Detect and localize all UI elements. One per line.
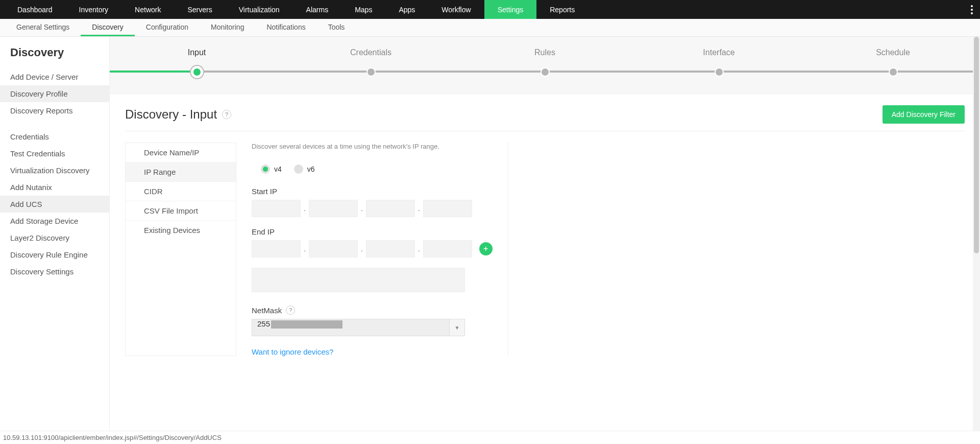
method-device-name-ip[interactable]: Device Name/IP: [126, 143, 236, 162]
main-area: InputCredentialsRulesInterfaceSchedule D…: [110, 37, 980, 431]
method-cidr[interactable]: CIDR: [126, 182, 236, 201]
stepper: InputCredentialsRulesInterfaceSchedule: [110, 37, 980, 94]
subnav-item-tools[interactable]: Tools: [317, 19, 356, 36]
step-interface[interactable]: Interface: [632, 48, 806, 78]
subnav-item-discovery[interactable]: Discovery: [81, 19, 134, 36]
sidebar-item-virtualization-discovery[interactable]: Virtualization Discovery: [0, 162, 109, 179]
form-hint: Discover several devices at a time using…: [252, 143, 493, 150]
end-ip-octet-1[interactable]: [252, 240, 301, 258]
sidebar-item-add-device-server[interactable]: Add Device / Server: [0, 68, 109, 85]
topnav-item-settings[interactable]: Settings: [484, 0, 537, 19]
sidebar-item-discovery-profile[interactable]: Discovery Profile: [0, 85, 109, 102]
end-ip-label: End IP: [252, 227, 493, 236]
method-csv-file-import[interactable]: CSV File Import: [126, 201, 236, 221]
topnav-item-network[interactable]: Network: [121, 0, 174, 19]
subnav-item-general-settings[interactable]: General Settings: [5, 19, 81, 36]
help-icon[interactable]: ?: [286, 306, 295, 315]
topnav-item-apps[interactable]: Apps: [385, 0, 428, 19]
sidebar-title: Discovery: [0, 46, 109, 68]
method-ip-range[interactable]: IP Range: [126, 162, 236, 182]
sidebar: Discovery Add Device / ServerDiscovery P…: [0, 37, 110, 431]
end-ip-octet-3[interactable]: [366, 240, 415, 258]
sidebar-item-discovery-rule-engine[interactable]: Discovery Rule Engine: [0, 246, 109, 263]
add-ip-range-button[interactable]: +: [479, 242, 493, 255]
start-ip-octet-2[interactable]: [309, 200, 358, 217]
step-credentials[interactable]: Credentials: [284, 48, 458, 78]
topnav-item-dashboard[interactable]: Dashboard: [4, 0, 66, 19]
sidebar-item-add-storage-device[interactable]: Add Storage Device: [0, 213, 109, 229]
ipv4-radio[interactable]: v4: [261, 165, 282, 174]
sidebar-item-discovery-reports[interactable]: Discovery Reports: [0, 102, 109, 119]
topnav-item-servers[interactable]: Servers: [174, 0, 225, 19]
ip-range-form: Discover several devices at a time using…: [252, 143, 508, 356]
ignore-devices-link[interactable]: Want to ignore devices?: [252, 347, 333, 356]
netmask-label: NetMask ?: [252, 306, 493, 315]
sidebar-item-layer2-discovery[interactable]: Layer2 Discovery: [0, 229, 109, 246]
topnav-item-reports[interactable]: Reports: [536, 0, 588, 19]
page-title: Discovery - Input ?: [125, 107, 231, 122]
kebab-menu-icon[interactable]: [971, 0, 973, 19]
help-icon[interactable]: ?: [222, 110, 231, 119]
topnav-item-workflow[interactable]: Workflow: [428, 0, 484, 19]
start-ip-octet-1[interactable]: [252, 200, 301, 217]
step-input[interactable]: Input: [110, 48, 284, 78]
subnav-item-configuration[interactable]: Configuration: [135, 19, 200, 36]
start-ip-label: Start IP: [252, 187, 493, 196]
subnav-item-monitoring[interactable]: Monitoring: [200, 19, 255, 36]
method-existing-devices[interactable]: Existing Devices: [126, 221, 236, 240]
topnav-item-maps[interactable]: Maps: [341, 0, 385, 19]
sidebar-item-add-nutanix[interactable]: Add Nutanix: [0, 179, 109, 196]
ipv6-radio[interactable]: v6: [294, 165, 315, 174]
start-ip-row: . . .: [252, 200, 493, 217]
start-ip-octet-3[interactable]: [366, 200, 415, 217]
input-method-list: Device Name/IPIP RangeCIDRCSV File Impor…: [125, 143, 236, 356]
topnav-item-virtualization[interactable]: Virtualization: [226, 0, 293, 19]
sub-nav: General SettingsDiscoveryConfigurationMo…: [0, 19, 980, 37]
vertical-scrollbar[interactable]: [973, 37, 980, 431]
step-schedule[interactable]: Schedule: [806, 48, 980, 78]
sidebar-item-test-credentials[interactable]: Test Credentials: [0, 145, 109, 162]
step-rules[interactable]: Rules: [458, 48, 632, 78]
end-ip-octet-4[interactable]: [423, 240, 472, 258]
end-ip-row: . . . +: [252, 240, 493, 258]
sidebar-item-add-ucs[interactable]: Add UCS: [0, 196, 109, 213]
add-discovery-filter-button[interactable]: Add Discovery Filter: [883, 105, 965, 124]
sidebar-item-credentials[interactable]: Credentials: [0, 128, 109, 145]
topnav-item-alarms[interactable]: Alarms: [293, 0, 342, 19]
top-nav: DashboardInventoryNetworkServersVirtuali…: [0, 0, 980, 19]
end-ip-octet-2[interactable]: [309, 240, 358, 258]
sidebar-item-discovery-settings[interactable]: Discovery Settings: [0, 263, 109, 280]
netmask-input[interactable]: 255: [252, 319, 450, 336]
subnav-item-notifications[interactable]: Notifications: [255, 19, 316, 36]
start-ip-octet-4[interactable]: [423, 200, 472, 217]
netmask-dropdown-button[interactable]: ▼: [450, 319, 465, 336]
ip-range-list-box[interactable]: [252, 268, 465, 292]
topnav-item-inventory[interactable]: Inventory: [66, 0, 122, 19]
